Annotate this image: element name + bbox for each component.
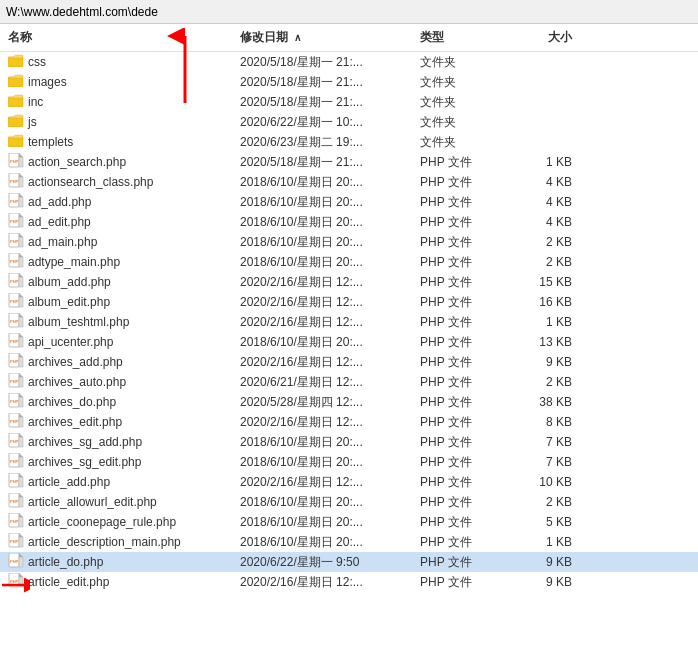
list-item[interactable]: PHP archives_add.php 2020/2/16/星期日 12:..…: [0, 352, 698, 372]
svg-text:PHP: PHP: [10, 379, 19, 384]
file-size: 1 KB: [510, 315, 580, 329]
list-item[interactable]: PHP api_ucenter.php 2018/6/10/星期日 20:...…: [0, 332, 698, 352]
list-item[interactable]: PHP album_edit.php 2020/2/16/星期日 12:... …: [0, 292, 698, 312]
php-icon: PHP: [8, 573, 24, 592]
svg-marker-38: [19, 293, 23, 297]
file-type: 文件夹: [420, 74, 510, 91]
svg-marker-66: [19, 433, 23, 437]
svg-text:PHP: PHP: [10, 419, 19, 424]
file-size: 7 KB: [510, 435, 580, 449]
file-date: 2018/6/10/星期日 20:...: [240, 174, 420, 191]
file-name: PHP album_add.php: [0, 273, 240, 292]
list-item[interactable]: PHP adtype_main.php 2018/6/10/星期日 20:...…: [0, 252, 698, 272]
list-item[interactable]: PHP article_allowurl_edit.php 2018/6/10/…: [0, 492, 698, 512]
svg-marker-74: [19, 473, 23, 477]
file-name: PHP ad_main.php: [0, 233, 240, 252]
file-size: 9 KB: [510, 355, 580, 369]
svg-rect-87: [19, 537, 23, 547]
file-type: PHP 文件: [420, 514, 510, 531]
file-type: PHP 文件: [420, 574, 510, 591]
list-item[interactable]: PHP action_search.php 2020/5/18/星期一 21:.…: [0, 152, 698, 172]
file-name: PHP album_teshtml.php: [0, 313, 240, 332]
list-item[interactable]: PHP album_add.php 2020/2/16/星期日 12:... P…: [0, 272, 698, 292]
file-date: 2020/5/28/星期四 12:...: [240, 394, 420, 411]
header-size[interactable]: 大小: [510, 29, 580, 46]
list-item[interactable]: css 2020/5/18/星期一 21:... 文件夹: [0, 52, 698, 72]
list-item[interactable]: PHP article_do.php 2020/6/22/星期一 9:50 PH…: [0, 552, 698, 572]
svg-marker-62: [19, 413, 23, 417]
svg-rect-31: [19, 257, 23, 267]
file-date: 2018/6/10/星期日 20:...: [240, 434, 420, 451]
svg-rect-7: [8, 117, 23, 127]
file-name: PHP article_allowurl_edit.php: [0, 493, 240, 512]
address-bar[interactable]: W:\www.dedehtml.com\dede: [0, 0, 698, 24]
svg-marker-70: [19, 453, 23, 457]
file-name: PHP article_edit.php: [0, 573, 240, 592]
list-item[interactable]: PHP ad_add.php 2018/6/10/星期日 20:... PHP …: [0, 192, 698, 212]
list-item[interactable]: PHP archives_sg_add.php 2018/6/10/星期日 20…: [0, 432, 698, 452]
list-item[interactable]: PHP album_teshtml.php 2020/2/16/星期日 12:.…: [0, 312, 698, 332]
php-icon: PHP: [8, 313, 24, 332]
list-item[interactable]: PHP archives_sg_edit.php 2018/6/10/星期日 2…: [0, 452, 698, 472]
svg-text:PHP: PHP: [10, 339, 19, 344]
svg-text:PHP: PHP: [10, 219, 19, 224]
list-item[interactable]: PHP article_add.php 2020/2/16/星期日 12:...…: [0, 472, 698, 492]
file-date: 2018/6/10/星期日 20:...: [240, 254, 420, 271]
list-item[interactable]: inc 2020/5/18/星期一 21:... 文件夹: [0, 92, 698, 112]
file-type: PHP 文件: [420, 154, 510, 171]
svg-text:PHP: PHP: [10, 579, 19, 584]
list-item[interactable]: PHP article_edit.php 2020/2/16/星期日 12:..…: [0, 572, 698, 592]
list-item[interactable]: js 2020/6/22/星期一 10:... 文件夹: [0, 112, 698, 132]
svg-text:PHP: PHP: [10, 439, 19, 444]
list-item[interactable]: PHP archives_edit.php 2020/2/16/星期日 12:.…: [0, 412, 698, 432]
svg-rect-35: [19, 277, 23, 287]
svg-rect-5: [8, 77, 23, 87]
file-name: PHP api_ucenter.php: [0, 333, 240, 352]
file-name: PHP archives_edit.php: [0, 413, 240, 432]
header-name[interactable]: 名称: [0, 29, 240, 46]
file-name: PHP actionsearch_class.php: [0, 173, 240, 192]
file-size: 1 KB: [510, 155, 580, 169]
file-size: 4 KB: [510, 215, 580, 229]
php-icon: PHP: [8, 393, 24, 412]
svg-marker-86: [19, 533, 23, 537]
header-date[interactable]: 修改日期 ∧: [240, 29, 420, 46]
php-icon: PHP: [8, 173, 24, 192]
list-item[interactable]: PHP article_coonepage_rule.php 2018/6/10…: [0, 512, 698, 532]
file-name: templets: [0, 134, 240, 150]
file-date: 2018/6/10/星期日 20:...: [240, 494, 420, 511]
file-size: 8 KB: [510, 415, 580, 429]
file-type: 文件夹: [420, 94, 510, 111]
address-text: W:\www.dedehtml.com\dede: [6, 5, 158, 19]
sort-arrow-date: ∧: [294, 32, 301, 43]
list-item[interactable]: PHP ad_main.php 2018/6/10/星期日 20:... PHP…: [0, 232, 698, 252]
file-type: PHP 文件: [420, 394, 510, 411]
column-headers: 名称 修改日期 ∧ 类型 大小: [0, 24, 698, 52]
svg-rect-4: [8, 57, 23, 67]
svg-text:PHP: PHP: [10, 499, 19, 504]
php-icon: PHP: [8, 433, 24, 452]
list-item[interactable]: PHP actionsearch_class.php 2018/6/10/星期日…: [0, 172, 698, 192]
file-name: PHP article_add.php: [0, 473, 240, 492]
list-item[interactable]: images 2020/5/18/星期一 21:... 文件夹: [0, 72, 698, 92]
file-type: PHP 文件: [420, 494, 510, 511]
list-item[interactable]: templets 2020/6/23/星期二 19:... 文件夹: [0, 132, 698, 152]
file-date: 2020/5/18/星期一 21:...: [240, 74, 420, 91]
php-icon: PHP: [8, 293, 24, 312]
list-item[interactable]: PHP article_description_main.php 2018/6/…: [0, 532, 698, 552]
php-icon: PHP: [8, 193, 24, 212]
list-item[interactable]: PHP archives_do.php 2020/5/28/星期四 12:...…: [0, 392, 698, 412]
list-item[interactable]: PHP ad_edit.php 2018/6/10/星期日 20:... PHP…: [0, 212, 698, 232]
file-type: PHP 文件: [420, 434, 510, 451]
file-date: 2020/5/18/星期一 21:...: [240, 94, 420, 111]
php-icon: PHP: [8, 513, 24, 532]
file-date: 2018/6/10/星期日 20:...: [240, 534, 420, 551]
file-date: 2020/2/16/星期日 12:...: [240, 274, 420, 291]
file-date: 2020/5/18/星期一 21:...: [240, 154, 420, 171]
svg-rect-95: [19, 577, 23, 587]
header-type[interactable]: 类型: [420, 29, 510, 46]
list-item[interactable]: PHP archives_auto.php 2020/6/21/星期日 12:.…: [0, 372, 698, 392]
file-date: 2020/2/16/星期日 12:...: [240, 574, 420, 591]
svg-rect-15: [19, 177, 23, 187]
svg-marker-50: [19, 353, 23, 357]
